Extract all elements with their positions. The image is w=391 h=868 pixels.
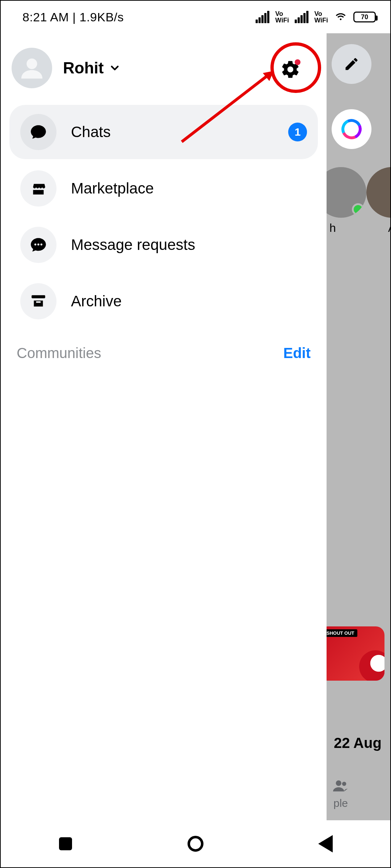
sidebar-item-label: Message requests xyxy=(71,236,307,254)
signal-icon-1 xyxy=(256,11,269,23)
sidebar-item-message-requests[interactable]: Message requests xyxy=(9,218,318,272)
communities-section-header: Communities Edit xyxy=(1,331,327,361)
svg-point-2 xyxy=(37,243,39,245)
status-bar: 8:21 AM | 1.9KB/s VoWiFi VoWiFi 70 xyxy=(1,1,390,33)
chat-icon xyxy=(20,114,56,150)
communities-heading: Communities xyxy=(17,345,101,361)
account-switcher[interactable]: Rohit xyxy=(63,59,121,77)
marketplace-icon xyxy=(20,170,56,207)
vowifi-icon-2: VoWiFi xyxy=(314,10,328,24)
story-label: A xyxy=(366,221,390,235)
avatar[interactable] xyxy=(12,48,52,88)
story-label: h xyxy=(327,221,366,235)
behind-scrim[interactable]: h A SHOUT OUT 22 Aug ple xyxy=(327,33,390,820)
message-requests-icon xyxy=(20,227,56,263)
sidebar-item-chats[interactable]: Chats 1 xyxy=(9,105,318,159)
svg-point-5 xyxy=(336,780,341,786)
meta-ai-button[interactable] xyxy=(332,109,371,149)
chat-preview-image[interactable]: SHOUT OUT xyxy=(327,626,384,681)
sidebar-item-label: Chats xyxy=(71,123,288,141)
online-dot-icon xyxy=(352,203,364,216)
notification-dot-icon xyxy=(295,59,300,65)
sidebar-item-marketplace[interactable]: Marketplace xyxy=(9,161,318,216)
battery-level: 70 xyxy=(361,13,368,21)
story-item-1[interactable]: h xyxy=(327,167,366,235)
svg-point-6 xyxy=(342,782,346,786)
megaphone-icon xyxy=(359,650,384,681)
wifi-icon xyxy=(334,9,348,25)
back-button[interactable] xyxy=(315,833,336,855)
svg-rect-4 xyxy=(31,295,45,298)
settings-button[interactable] xyxy=(272,51,308,88)
pencil-icon xyxy=(344,56,360,72)
meta-ai-icon xyxy=(339,116,365,142)
status-right: VoWiFi VoWiFi 70 xyxy=(256,9,376,25)
system-navigation-bar xyxy=(1,820,390,867)
story-item-2[interactable]: A xyxy=(366,167,390,235)
home-button[interactable] xyxy=(185,833,206,855)
drawer-header: Rohit xyxy=(1,41,327,103)
svg-point-0 xyxy=(26,59,37,69)
sidebar-item-label: Archive xyxy=(71,293,307,310)
battery-icon: 70 xyxy=(353,12,376,22)
status-time-net: 8:21 AM | 1.9KB/s xyxy=(22,10,124,24)
promo-tag: SHOUT OUT xyxy=(327,629,357,637)
people-icon xyxy=(332,778,349,794)
svg-point-1 xyxy=(34,243,36,245)
chevron-down-icon xyxy=(109,62,121,74)
signal-icon-2 xyxy=(295,11,308,23)
chat-date: 22 Aug xyxy=(334,735,382,751)
user-name: Rohit xyxy=(63,59,104,77)
svg-point-3 xyxy=(41,243,42,245)
recents-button[interactable] xyxy=(55,833,76,855)
sidebar-item-label: Marketplace xyxy=(71,180,307,197)
edit-communities-button[interactable]: Edit xyxy=(283,345,311,361)
archive-icon xyxy=(20,283,56,319)
compose-button[interactable] xyxy=(332,44,371,84)
unread-badge: 1 xyxy=(288,123,307,141)
people-tab[interactable]: ple xyxy=(332,778,349,809)
sidebar-item-archive[interactable]: Archive xyxy=(9,274,318,328)
navigation-drawer: Rohit Chats 1 Marketplace Message reques… xyxy=(1,33,327,820)
vowifi-icon-1: VoWiFi xyxy=(275,10,289,24)
people-tab-label: ple xyxy=(332,797,349,809)
